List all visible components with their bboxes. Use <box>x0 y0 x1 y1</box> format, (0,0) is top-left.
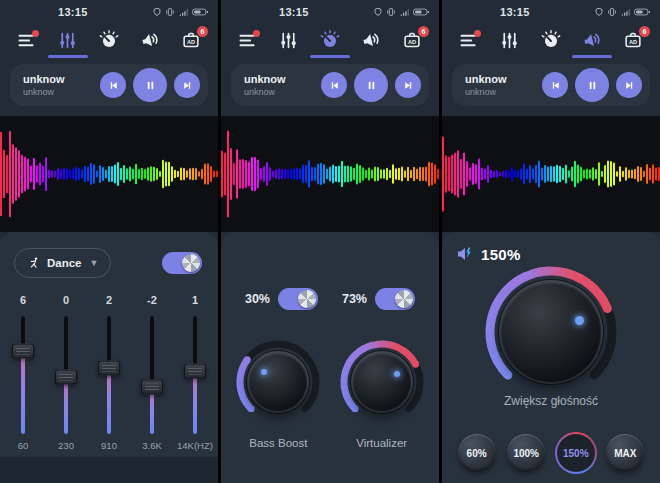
tab-menu[interactable] <box>227 24 268 56</box>
slider-thumb[interactable] <box>55 370 77 385</box>
preset-selector[interactable]: Dance ▼ <box>14 248 111 278</box>
slider-thumb[interactable] <box>12 344 34 359</box>
player-buttons <box>100 68 200 102</box>
pause-button[interactable] <box>133 68 167 102</box>
skip-next-icon <box>402 79 415 92</box>
tab-ads[interactable]: AD 6 <box>613 24 654 56</box>
track-meta: unknow unknow <box>465 73 507 97</box>
skip-previous-icon <box>549 79 562 92</box>
volume-value: 150% <box>481 246 521 263</box>
bass-boost-knob[interactable]: Bass Boost <box>232 336 324 449</box>
status-icons <box>594 7 650 17</box>
eq-band-3.6khz: -2 3.6K <box>132 294 172 451</box>
svg-text:AD: AD <box>629 39 637 45</box>
svg-text:AD: AD <box>187 39 195 45</box>
next-button[interactable] <box>174 72 200 98</box>
ad-badge: 6 <box>639 26 650 37</box>
audio-visualizer <box>221 116 439 232</box>
tab-volume-booster[interactable] <box>130 24 171 56</box>
effect-toggles-row: 30% 73% <box>221 288 439 310</box>
status-time: 13:15 <box>279 6 309 18</box>
virtualizer-control: 73% <box>342 288 415 310</box>
previous-button[interactable] <box>542 72 568 98</box>
tab-menu[interactable] <box>448 24 489 56</box>
notification-dot <box>253 30 260 37</box>
equalizer-icon <box>57 30 78 51</box>
tab-bar: AD 6 <box>221 22 439 62</box>
band-freq-label: 14K(HZ) <box>177 440 213 451</box>
volume-100-button[interactable]: 100% <box>507 434 545 472</box>
volume-60-button[interactable]: 60% <box>458 434 496 472</box>
svg-text:AD: AD <box>408 39 416 45</box>
band-slider[interactable] <box>184 316 206 434</box>
band-gain-label: 2 <box>106 294 112 308</box>
status-bar: 13:15 <box>0 0 218 22</box>
tab-effects[interactable] <box>309 24 350 56</box>
eq-band-230hz: 0 230 <box>46 294 86 451</box>
player-card: unknow unknow <box>231 64 429 106</box>
track-title: unknow <box>465 73 507 85</box>
track-meta: unknow unknow <box>244 73 286 97</box>
track-meta: unknow unknow <box>23 73 65 97</box>
vibrate-icon <box>165 7 175 17</box>
knob-body[interactable] <box>249 353 307 411</box>
chevron-down-icon: ▼ <box>90 258 99 268</box>
volume-max-button[interactable]: MAX <box>606 434 644 472</box>
next-button[interactable] <box>616 72 642 98</box>
signal-icon <box>178 7 189 17</box>
preset-label: Dance <box>47 257 82 269</box>
tab-effects[interactable] <box>530 24 571 56</box>
tab-equalizer[interactable] <box>268 24 309 56</box>
speaker-icon <box>139 29 161 51</box>
toggle-knob <box>182 254 200 272</box>
pause-button[interactable] <box>575 68 609 102</box>
volume-knob-area <box>442 264 660 400</box>
tab-effects[interactable] <box>88 24 129 56</box>
band-gain-label: 6 <box>20 294 26 308</box>
volume-150-button[interactable]: 150% <box>557 434 595 472</box>
status-icons <box>373 7 429 17</box>
slider-thumb[interactable] <box>98 360 120 375</box>
previous-button[interactable] <box>100 72 126 98</box>
virtualizer-knob[interactable]: Virtualizer <box>336 336 428 449</box>
bass-boost-label: Bass Boost <box>249 437 307 449</box>
band-slider[interactable] <box>12 316 34 434</box>
band-slider[interactable] <box>98 316 120 434</box>
notification-dot <box>32 30 39 37</box>
tab-equalizer[interactable] <box>47 24 88 56</box>
battery-icon <box>192 7 208 17</box>
skip-previous-icon <box>328 79 341 92</box>
tab-volume-booster[interactable] <box>351 24 392 56</box>
slider-thumb[interactable] <box>184 364 206 379</box>
gauge-knob-icon <box>540 29 562 51</box>
band-slider[interactable] <box>55 316 77 434</box>
shield-icon <box>152 7 162 17</box>
status-icons <box>152 7 208 17</box>
next-button[interactable] <box>395 72 421 98</box>
bass-boost-toggle[interactable] <box>278 288 318 310</box>
volume-booster-panel: 150% Zwiększ głośność 60% 100% 150% MAX <box>442 232 660 483</box>
speaker-icon <box>581 29 603 51</box>
knob-body[interactable] <box>353 353 411 411</box>
previous-button[interactable] <box>321 72 347 98</box>
virtualizer-toggle[interactable] <box>375 288 415 310</box>
tab-ads[interactable]: AD 6 <box>171 24 212 56</box>
volume-knob[interactable] <box>501 282 601 382</box>
tab-equalizer[interactable] <box>489 24 530 56</box>
band-freq-label: 910 <box>101 440 117 451</box>
battery-icon <box>634 7 650 17</box>
tab-ads[interactable]: AD 6 <box>392 24 433 56</box>
eq-sliders: 6 60 0 230 2 910 -2 3.6K <box>0 294 218 451</box>
equalizer-toggle[interactable] <box>162 252 202 274</box>
tab-volume-booster[interactable] <box>572 24 613 56</box>
volume-100-ring: 100% <box>505 432 547 474</box>
band-freq-label: 230 <box>58 440 74 451</box>
tab-menu[interactable] <box>6 24 47 56</box>
pause-button[interactable] <box>354 68 388 102</box>
screen-equalizer: 13:15 AD 6 <box>0 0 218 483</box>
band-slider[interactable] <box>141 316 163 434</box>
bottom-strip <box>0 457 218 483</box>
player-buttons <box>321 68 421 102</box>
volume-header: 150% <box>456 245 521 263</box>
slider-thumb[interactable] <box>141 379 163 394</box>
